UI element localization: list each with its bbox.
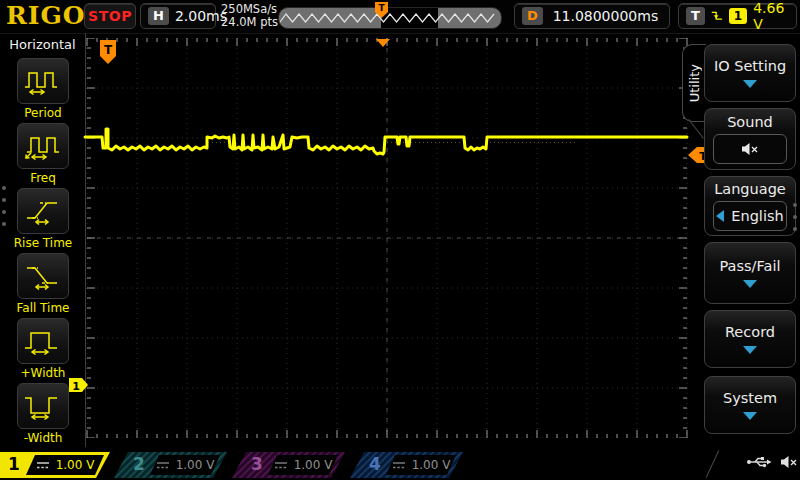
trigger-source-badge: 1 <box>729 8 747 24</box>
d-badge: D <box>522 7 543 25</box>
chevron-down-icon <box>743 412 757 420</box>
run-stop-status[interactable]: STOP <box>84 3 136 29</box>
status-divider <box>706 450 720 478</box>
channel-1-scale-box: 1.00 V <box>26 455 104 475</box>
preview-waveform-icon <box>279 8 499 28</box>
svg-text:T: T <box>104 43 113 57</box>
delay-value: 11.0800000ms <box>549 8 662 24</box>
trigger-level-value: 4.66 V <box>753 0 789 32</box>
neg-width-icon <box>23 391 63 421</box>
freq-icon <box>23 131 63 161</box>
channel-scale: 1.00 V <box>56 458 95 472</box>
channel-scale: 1.00 V <box>294 458 333 472</box>
menu-page-dot <box>2 198 6 202</box>
h-badge: H <box>148 7 169 25</box>
trigger-position-icon <box>376 39 390 47</box>
chevron-down-icon <box>743 80 757 88</box>
channel-2-badge[interactable]: 2 1.00 V <box>114 452 227 478</box>
chevron-down-icon <box>743 280 757 288</box>
menu-page-dot <box>793 203 797 207</box>
channel-1-badge[interactable]: 1 1.00 V <box>0 452 110 478</box>
oscilloscope-screen: RIGOL STOP H 2.00ms 250MSa/s 24.0M pts T… <box>0 0 800 480</box>
channel-4-badge[interactable]: 4 1.00 V <box>350 452 463 478</box>
sound-mute-button[interactable] <box>713 134 787 164</box>
softkey-label: Record <box>725 324 775 340</box>
utility-menu-tab: Utility <box>682 44 706 122</box>
softkey-label: Pass/Fail <box>720 258 781 274</box>
softkey-io-setting[interactable]: IO Setting <box>704 44 796 102</box>
menu-page-dot <box>793 215 797 219</box>
delay-box: D 11.0800000ms <box>514 3 670 29</box>
chevron-left-icon <box>716 210 724 222</box>
graticule: TT1 <box>67 38 707 438</box>
status-icons <box>746 454 799 470</box>
language-value: English <box>731 208 783 224</box>
trigger-box: T 1 4.66 V <box>678 3 797 29</box>
menu-page-dot <box>793 227 797 231</box>
dc-coupling-icon <box>274 460 288 470</box>
svg-text:1: 1 <box>72 380 80 393</box>
timebase-value: 2.00ms <box>175 8 227 24</box>
waveform-memory-preview <box>278 7 502 29</box>
menu-page-dot <box>2 210 6 214</box>
dc-coupling-icon <box>36 460 50 470</box>
softkey-pass-fail[interactable]: Pass/Fail <box>704 242 796 304</box>
channel-3-scale-box: 1.00 V <box>268 455 338 475</box>
dc-coupling-icon <box>392 460 406 470</box>
stop-label: STOP <box>88 8 132 24</box>
speaker-muted-icon <box>740 141 760 157</box>
top-status-bar: RIGOL STOP H 2.00ms 250MSa/s 24.0M pts T… <box>0 0 800 34</box>
channel-number: 3 <box>251 454 263 474</box>
channel-scale: 1.00 V <box>176 458 215 472</box>
softkey-label: IO Setting <box>714 58 786 74</box>
horizontal-timebase-box: H 2.00ms <box>140 3 216 29</box>
channel-4-scale-box: 1.00 V <box>386 455 456 475</box>
softkey-label: System <box>723 390 777 406</box>
fall-time-icon <box>23 261 63 291</box>
language-selector[interactable]: English <box>713 201 787 231</box>
softkey-language[interactable]: Language English <box>704 176 796 236</box>
t-badge: T <box>686 7 705 25</box>
channel-scale: 1.00 V <box>412 458 451 472</box>
acquisition-info: 250MSa/s 24.0M pts <box>221 3 278 29</box>
trigger-slope-falling-icon <box>711 9 723 23</box>
softkey-label: Sound <box>727 114 773 130</box>
menu-page-dot <box>2 222 6 226</box>
usb-icon <box>746 454 772 470</box>
softkey-system[interactable]: System <box>704 376 796 434</box>
softkey-label: Language <box>714 181 786 197</box>
period-icon <box>23 66 63 96</box>
channel-status-bar: 1 1.00 V 2 1.00 V 3 <box>0 448 800 480</box>
softkey-sound[interactable]: Sound <box>704 108 796 170</box>
menu-page-dot <box>2 186 6 190</box>
dc-coupling-icon <box>156 460 170 470</box>
channel-2-scale-box: 1.00 V <box>150 455 220 475</box>
chevron-down-icon <box>743 346 757 354</box>
rise-time-icon <box>23 196 63 226</box>
channel-number: 4 <box>369 454 381 474</box>
pos-width-icon <box>23 326 63 356</box>
utility-tab-label: Utility <box>687 64 702 102</box>
speaker-muted-icon <box>780 454 799 470</box>
channel-number: 2 <box>133 454 145 474</box>
channel-number: 1 <box>8 454 20 474</box>
memory-depth: 24.0M pts <box>221 16 278 29</box>
channel-3-badge[interactable]: 3 1.00 V <box>232 452 345 478</box>
softkey-record[interactable]: Record <box>704 310 796 368</box>
